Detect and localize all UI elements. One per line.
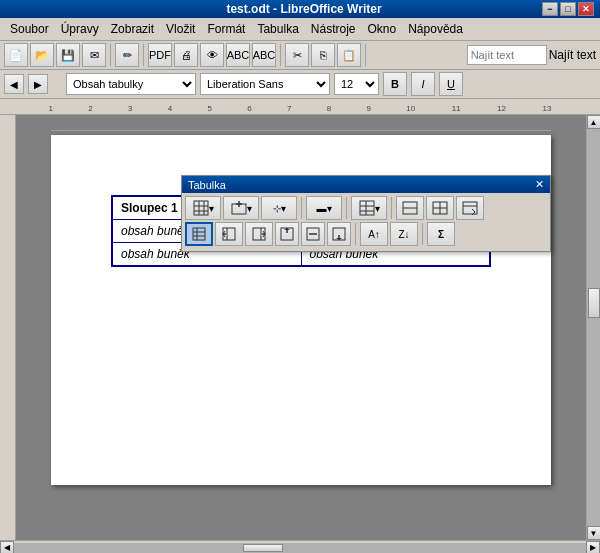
ruler-mark-8: 8	[327, 104, 331, 113]
scroll-track[interactable]	[587, 129, 601, 526]
ruler-mark-2: 2	[88, 104, 92, 113]
tb-table-btn[interactable]: ▾	[185, 196, 221, 220]
scroll-right-button[interactable]: ▶	[586, 541, 600, 554]
h-scroll-track[interactable]	[14, 543, 586, 553]
h-scroll-thumb[interactable]	[243, 544, 283, 552]
paste-button[interactable]: 📋	[337, 43, 361, 67]
page-break	[51, 125, 551, 135]
document-area[interactable]: Tabulka ✕ ▾ ▾ ⊹▾	[16, 115, 586, 540]
menu-napoveda[interactable]: Nápověda	[402, 20, 469, 38]
horizontal-scrollbar[interactable]: ◀ ▶	[0, 540, 600, 553]
new-button[interactable]: 📄	[4, 43, 28, 67]
table-toolbar: Tabulka ✕ ▾ ▾ ⊹▾	[181, 175, 551, 252]
table-toolbar-label: Tabulka	[188, 179, 226, 191]
menu-format[interactable]: Formát	[201, 20, 251, 38]
tb-bot-align-btn[interactable]	[327, 222, 351, 246]
open-button[interactable]: 📂	[30, 43, 54, 67]
vertical-ruler	[0, 115, 16, 540]
menu-nastroje[interactable]: Nástroje	[305, 20, 362, 38]
menu-zobrazit[interactable]: Zobrazit	[105, 20, 160, 38]
forward-button[interactable]: ▶	[28, 74, 48, 94]
sep3	[280, 44, 281, 66]
scroll-thumb[interactable]	[588, 288, 600, 318]
tb-col-left-btn[interactable]	[215, 222, 243, 246]
edit-button[interactable]: ✏	[115, 43, 139, 67]
find-label: Najít text	[549, 48, 596, 62]
ruler-mark-3: 3	[128, 104, 132, 113]
maximize-button[interactable]: □	[560, 2, 576, 16]
document-page: Tabulka ✕ ▾ ▾ ⊹▾	[51, 135, 551, 485]
tb-sort-asc-btn[interactable]: A↑	[360, 222, 388, 246]
svg-rect-0	[194, 201, 208, 215]
scroll-down-button[interactable]: ▼	[587, 526, 601, 540]
ruler-mark-5: 5	[207, 104, 211, 113]
ruler-mark-1: 1	[48, 104, 52, 113]
font-select[interactable]: Liberation Sans	[200, 73, 330, 95]
tb-sep2	[346, 197, 347, 219]
scroll-left-button[interactable]: ◀	[0, 541, 14, 554]
table-toolbar-row2: A↑ Z↓ Σ	[185, 222, 547, 246]
tb-top-align-btn[interactable]	[275, 222, 299, 246]
tb-insert-btn[interactable]: ▾	[223, 196, 259, 220]
tb-sep5	[422, 223, 423, 245]
table-toolbar-body: ▾ ▾ ⊹▾ ▬▾ ▾	[182, 193, 550, 251]
find-toolbar: Najít text	[467, 45, 596, 65]
menu-tabulka[interactable]: Tabulka	[251, 20, 304, 38]
italic-button[interactable]: I	[411, 72, 435, 96]
preview-button[interactable]: 👁	[200, 43, 224, 67]
ruler-mark-10: 10	[406, 104, 415, 113]
underline-button[interactable]: U	[439, 72, 463, 96]
bold-button[interactable]: B	[383, 72, 407, 96]
tb-sep3	[391, 197, 392, 219]
ruler-mark-4: 4	[168, 104, 172, 113]
table-toolbar-title[interactable]: Tabulka ✕	[182, 176, 550, 193]
copy-button[interactable]: ⎘	[311, 43, 335, 67]
minimize-button[interactable]: −	[542, 2, 558, 16]
sep1	[110, 44, 111, 66]
tb-merge-btn[interactable]	[396, 196, 424, 220]
table-toolbar-row1: ▾ ▾ ⊹▾ ▬▾ ▾	[185, 196, 547, 220]
ruler-mark-6: 6	[247, 104, 251, 113]
size-select[interactable]: 12	[334, 73, 379, 95]
tb-cursor-btn[interactable]: ⊹▾	[261, 196, 297, 220]
tb-border-btn[interactable]: ▬▾	[306, 196, 342, 220]
title-bar: test.odt - LibreOffice Writer − □ ✕	[0, 0, 600, 18]
menu-vlozit[interactable]: Vložit	[160, 20, 201, 38]
main-area: Tabulka ✕ ▾ ▾ ⊹▾	[0, 115, 600, 540]
title-text: test.odt - LibreOffice Writer	[66, 2, 542, 16]
tb-sort-desc-btn[interactable]: Z↓	[390, 222, 418, 246]
ruler-mark-11: 11	[452, 104, 461, 113]
table-toolbar-close-x[interactable]: ✕	[535, 178, 544, 191]
back-button[interactable]: ◀	[4, 74, 24, 94]
close-button[interactable]: ✕	[578, 2, 594, 16]
save-button[interactable]: 💾	[56, 43, 80, 67]
cut-button[interactable]: ✂	[285, 43, 309, 67]
tb-optimize-btn[interactable]	[185, 222, 213, 246]
style-select[interactable]: Obsah tabulky	[66, 73, 196, 95]
svg-rect-8	[360, 201, 374, 215]
tb-sum-btn[interactable]: Σ	[427, 222, 455, 246]
svg-rect-19	[193, 228, 205, 240]
find-input[interactable]	[467, 45, 547, 65]
sep2	[143, 44, 144, 66]
pdf-button[interactable]: PDF	[148, 43, 172, 67]
tb-mid-align-btn[interactable]	[301, 222, 325, 246]
window-controls[interactable]: − □ ✕	[542, 2, 594, 16]
scroll-up-button[interactable]: ▲	[587, 115, 601, 129]
tb-align-btn[interactable]: ▾	[351, 196, 387, 220]
tb-sep4	[355, 223, 356, 245]
menu-soubor[interactable]: Soubor	[4, 20, 55, 38]
spellcheck-button[interactable]: ABC	[226, 43, 250, 67]
menu-okno[interactable]: Okno	[362, 20, 403, 38]
horizontal-ruler: 1 2 3 4 5 6 7 8 9 10 11 12 13	[0, 99, 600, 115]
ruler-mark-9: 9	[366, 104, 370, 113]
email-button[interactable]: ✉	[82, 43, 106, 67]
format-bar: ◀ ▶ Obsah tabulky Liberation Sans 12 B I…	[0, 70, 600, 99]
vertical-scrollbar[interactable]: ▲ ▼	[586, 115, 600, 540]
tb-properties-btn[interactable]	[456, 196, 484, 220]
tb-split-btn[interactable]	[426, 196, 454, 220]
tb-col-right-btn[interactable]	[245, 222, 273, 246]
print-button[interactable]: 🖨	[174, 43, 198, 67]
spellcheck2-button[interactable]: ABC	[252, 43, 276, 67]
menu-upravy[interactable]: Úpravy	[55, 20, 105, 38]
